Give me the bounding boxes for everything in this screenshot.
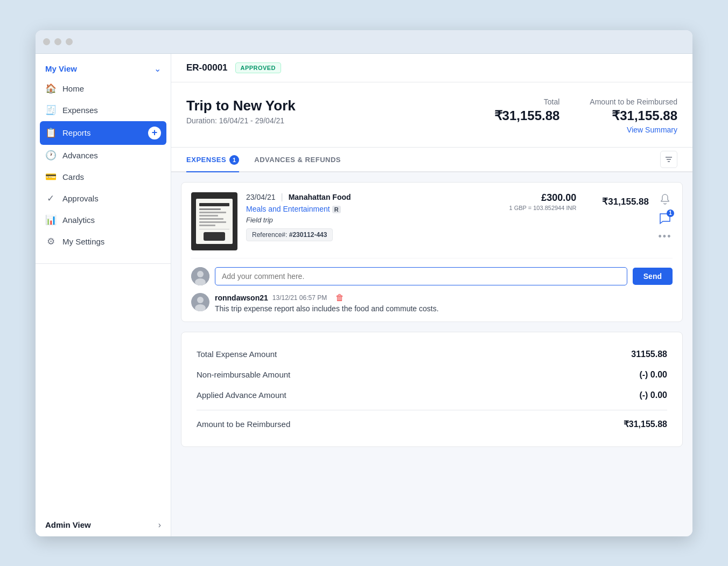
expense-gbp: £300.00 <box>541 192 576 204</box>
expense-thumbnail <box>191 192 237 250</box>
comment-avatar-svg <box>191 293 209 311</box>
reference-number: #230112-443 <box>289 231 327 239</box>
user-avatar-svg <box>191 267 209 285</box>
send-button[interactable]: Send <box>633 268 673 285</box>
comment-input[interactable] <box>215 267 627 285</box>
total-label: Total <box>494 97 560 106</box>
non-reimbursable-value: (-) 0.00 <box>639 370 667 380</box>
report-duration: Duration: 16/04/21 - 29/04/21 <box>186 116 494 125</box>
my-view-header[interactable]: My View ⌄ <box>36 58 171 78</box>
advances-tab-label: ADVANCES & REFUNDS <box>254 156 341 164</box>
sidebar-divider <box>36 263 171 264</box>
non-reimbursable-label: Non-reimbursable Amount <box>197 370 290 379</box>
expense-icons: 1 ••• <box>657 192 673 242</box>
comment-text: This trip expense report also includes t… <box>215 304 673 313</box>
approved-badge: APPROVED <box>235 62 281 73</box>
comment-body: ronndawson21 13/12/21 06:57 PM 🗑 This tr… <box>215 293 673 313</box>
notification-button[interactable] <box>658 192 672 206</box>
applied-advance-label: Applied Advance Amount <box>197 390 286 400</box>
total-amount: ₹31,155.88 <box>494 108 560 123</box>
svg-rect-10 <box>199 221 226 223</box>
total-expense-label: Total Expense Amount <box>197 350 277 359</box>
expense-top-row: 23/04/21 | Manahattan Food <box>246 192 501 202</box>
expense-category-row: Meals and EntertainmentR <box>246 204 501 214</box>
svg-point-15 <box>197 271 204 277</box>
expense-card: 23/04/21 | Manahattan Food Meals and Ent… <box>181 182 683 322</box>
svg-rect-6 <box>199 208 221 210</box>
sidebar: My View ⌄ 🏠 Home 🧾 Expenses 📋 Reports + <box>36 54 171 536</box>
sidebar-item-label: Home <box>62 84 84 93</box>
app-window: My View ⌄ 🏠 Home 🧾 Expenses 📋 Reports + <box>36 30 692 536</box>
tab-expenses[interactable]: EXPENSES1 <box>186 148 239 172</box>
expense-date: 23/04/21 <box>246 193 276 201</box>
analytics-icon: 📊 <box>45 215 56 226</box>
svg-rect-11 <box>199 225 215 226</box>
comment-timestamp: 13/12/21 06:57 PM <box>272 294 327 302</box>
sidebar-item-label: Advances <box>62 151 98 160</box>
summary-row-non-reimbursable: Non-reimbursable Amount (-) 0.00 <box>197 365 667 385</box>
expenses-count-badge: 1 <box>229 155 239 165</box>
applied-advance-value: (-) 0.00 <box>639 390 667 400</box>
comment-input-row: Send <box>191 267 673 285</box>
svg-rect-7 <box>199 212 226 213</box>
summary-row-applied-advance: Applied Advance Amount (-) 0.00 <box>197 385 667 406</box>
chevron-right-icon: › <box>158 520 161 530</box>
sidebar-item-advances[interactable]: 🕐 Advances <box>36 145 171 166</box>
expenses-tab-label: EXPENSES <box>186 156 226 164</box>
svg-rect-5 <box>199 203 229 206</box>
expense-field-trip: Field trip <box>246 216 501 224</box>
more-options-button[interactable]: ••• <box>659 231 672 242</box>
approvals-icon: ✓ <box>45 193 56 204</box>
sidebar-item-expenses[interactable]: 🧾 Expenses <box>36 100 171 121</box>
sidebar-item-label: My Settings <box>62 237 104 246</box>
comment-meta: ronndawson21 13/12/21 06:57 PM 🗑 <box>215 293 673 303</box>
home-icon: 🏠 <box>45 83 56 94</box>
admin-view-section[interactable]: Admin View › <box>36 514 171 536</box>
sidebar-item-approvals[interactable]: ✓ Approvals <box>36 188 171 209</box>
receipt-svg <box>193 194 236 248</box>
chat-button[interactable]: 1 <box>658 212 672 226</box>
titlebar <box>36 30 692 54</box>
reimbursed-block: Amount to be Reimbursed ₹31,155.88 View … <box>590 97 677 134</box>
filter-icon <box>664 155 673 164</box>
tabs-row: EXPENSES1 ADVANCES & REFUNDS <box>171 148 692 172</box>
nav-list: 🏠 Home 🧾 Expenses 📋 Reports + 🕐 Advances <box>36 78 171 259</box>
report-totals: Total ₹31,155.88 Amount to be Reimbursed… <box>494 97 677 134</box>
reimbursed-label: Amount to be Reimbursed <box>590 97 677 106</box>
add-report-button[interactable]: + <box>148 127 161 139</box>
sidebar-item-label: Cards <box>62 172 84 181</box>
expense-category[interactable]: Meals and Entertainment <box>246 205 330 213</box>
comment-author: ronndawson21 <box>215 294 268 302</box>
delete-comment-button[interactable]: 🗑 <box>335 293 344 303</box>
total-expense-value: 31155.88 <box>631 350 667 359</box>
user-avatar <box>191 267 209 285</box>
amount-reimbursed-label: Amount to be Reimbursed <box>197 420 290 429</box>
advances-icon: 🕐 <box>45 150 56 161</box>
expense-rate: 1 GBP = 103.852944 INR <box>509 205 577 211</box>
summary-row-amount-reimbursed: Amount to be Reimbursed ₹31,155.88 <box>197 410 667 435</box>
content-area: ER-00001 APPROVED Trip to New York Durat… <box>171 54 692 536</box>
sidebar-item-label: Reports <box>62 128 91 137</box>
sidebar-item-reports[interactable]: 📋 Reports + <box>40 121 166 145</box>
amounts-right: £300.00 1 GBP = 103.852944 INR ₹31,155.8… <box>509 192 649 211</box>
sidebar-item-analytics[interactable]: 📊 Analytics <box>36 209 171 231</box>
view-summary-link[interactable]: View Summary <box>590 125 677 134</box>
sidebar-item-settings[interactable]: ⚙ My Settings <box>36 231 171 253</box>
settings-icon: ⚙ <box>45 236 56 247</box>
comment-author-avatar <box>191 293 209 311</box>
summary-section: Total Expense Amount 31155.88 Non-reimbu… <box>181 332 683 447</box>
chat-count-badge: 1 <box>667 209 674 217</box>
tab-advances[interactable]: ADVANCES & REFUNDS <box>254 148 341 171</box>
comment-section: Send ronndawson21 <box>191 258 673 322</box>
admin-view-label: Admin View <box>45 520 91 529</box>
chevron-down-icon: ⌄ <box>154 64 161 74</box>
filter-button[interactable] <box>660 151 677 168</box>
expenses-icon: 🧾 <box>45 105 56 116</box>
sidebar-item-cards[interactable]: 💳 Cards <box>36 166 171 188</box>
sidebar-item-label: Analytics <box>62 215 95 225</box>
expense-separator: | <box>281 192 283 202</box>
amount-reimbursed-value: ₹31,155.88 <box>624 419 667 429</box>
sidebar-item-label: Approvals <box>62 194 99 203</box>
bell-icon <box>660 193 670 205</box>
sidebar-item-home[interactable]: 🏠 Home <box>36 78 171 100</box>
